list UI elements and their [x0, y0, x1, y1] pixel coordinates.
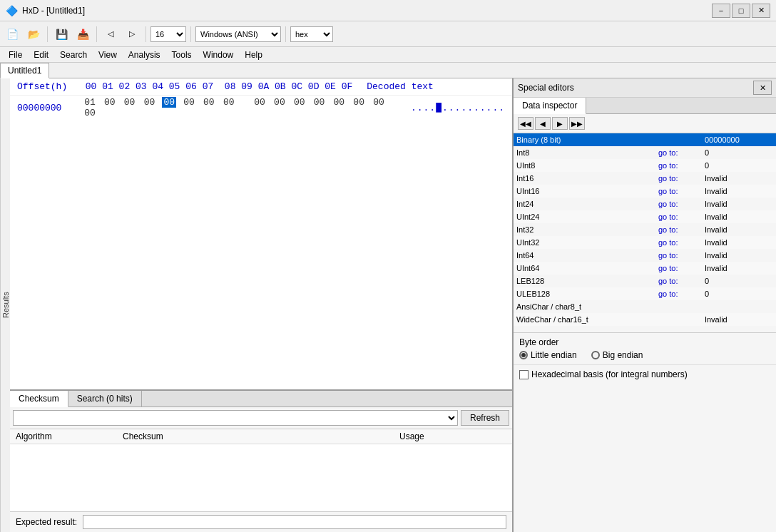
byte-12[interactable]: 00 [332, 97, 346, 108]
data-row-7[interactable]: Int32go to:Invalid [514, 223, 776, 236]
data-goto-7[interactable]: go to: [655, 223, 702, 236]
data-row-11[interactable]: LEB128go to:0 [514, 275, 776, 287]
encoding-select[interactable]: Windows (ANSI) DOS (OEM) UTF-8 [195, 26, 281, 42]
byte-10[interactable]: 00 [292, 97, 307, 108]
menu-window[interactable]: Window [198, 48, 240, 61]
nav-last[interactable]: ▶▶ [569, 117, 585, 130]
byte-1[interactable]: 00 [103, 97, 117, 108]
data-value-6: Invalid [702, 210, 776, 223]
hex-editor[interactable]: Offset(h) 00 01 02 03 04 05 06 07 08 09 … [10, 78, 512, 389]
data-inspector-table-scroll[interactable]: Binary (8 bit)00000000Int8go to:0UInt8go… [514, 133, 776, 333]
byte-5[interactable]: 00 [182, 97, 196, 108]
data-goto-4[interactable]: go to: [655, 185, 702, 198]
data-row-8[interactable]: UInt32go to:Invalid [514, 236, 776, 249]
data-goto-0 [655, 133, 702, 146]
menu-help[interactable]: Help [239, 48, 268, 61]
hex-basis-checkbox[interactable] [519, 370, 529, 379]
data-goto-11[interactable]: go to: [655, 275, 702, 287]
byte-3[interactable]: 00 [142, 97, 156, 108]
data-goto-8[interactable]: go to: [655, 236, 702, 249]
menu-file[interactable]: File [3, 48, 28, 61]
data-type-2: UInt8 [514, 159, 655, 172]
data-value-5: Invalid [702, 198, 776, 210]
data-row-2[interactable]: UInt8go to:0 [514, 159, 776, 172]
data-goto-6[interactable]: go to: [655, 210, 702, 223]
little-endian-radio[interactable]: Little endian [519, 350, 577, 360]
menu-search[interactable]: Search [54, 48, 93, 61]
byte-13[interactable]: 00 [352, 97, 366, 108]
data-goto-1[interactable]: go to: [655, 146, 702, 159]
data-type-4: UInt16 [514, 185, 655, 198]
format-select[interactable]: hex dec oct [290, 26, 333, 42]
data-goto-2[interactable]: go to: [655, 159, 702, 172]
open-button[interactable]: 📂 [24, 25, 43, 44]
expected-result-input[interactable] [83, 515, 506, 529]
data-row-14[interactable]: WideChar / char16_tInvalid [514, 313, 776, 326]
data-row-13[interactable]: AnsiChar / char8_t [514, 300, 776, 313]
tab-search-hits[interactable]: Search (0 hits) [68, 391, 142, 406]
big-endian-label: Big endian [603, 350, 643, 360]
data-row-3[interactable]: Int16go to:Invalid [514, 172, 776, 185]
save-all-button[interactable]: 📥 [73, 25, 92, 44]
results-sidebar[interactable]: Results [0, 78, 10, 532]
nav-first[interactable]: ◀◀ [518, 117, 534, 130]
algorithm-dropdown[interactable] [13, 410, 458, 426]
undo-button[interactable]: ◁ [101, 25, 120, 44]
byte-11[interactable]: 00 [312, 97, 327, 108]
data-row-12[interactable]: ULEB128go to:0 [514, 287, 776, 300]
byte-4[interactable]: 00 [162, 97, 176, 108]
data-value-1: 0 [702, 146, 776, 159]
document-tab-untitled1[interactable]: Untitled1 [0, 63, 49, 78]
data-row-4[interactable]: UInt16go to:Invalid [514, 185, 776, 198]
special-editors-close[interactable]: ✕ [753, 81, 772, 95]
toolbar-separator-1 [47, 26, 48, 42]
columns-select[interactable]: 16 8 32 [150, 26, 186, 42]
tab-checksum[interactable]: Checksum [10, 391, 68, 407]
menu-view[interactable]: View [93, 48, 123, 61]
byte-14[interactable]: 00 [372, 97, 386, 108]
data-row-0[interactable]: Binary (8 bit)00000000 [514, 133, 776, 146]
save-button[interactable]: 💾 [52, 25, 71, 44]
titlebar-controls: − □ ✕ [712, 4, 770, 18]
byte-0[interactable]: 01 [83, 97, 97, 108]
byte-2[interactable]: 00 [123, 97, 137, 108]
data-type-7: Int32 [514, 223, 655, 236]
menu-analysis[interactable]: Analysis [123, 48, 166, 61]
maximize-button[interactable]: □ [732, 4, 750, 18]
data-row-9[interactable]: Int64go to:Invalid [514, 249, 776, 262]
nav-prev[interactable]: ◀ [535, 117, 551, 130]
data-goto-9[interactable]: go to: [655, 249, 702, 262]
checksum-table-body [10, 444, 512, 511]
close-button[interactable]: ✕ [752, 4, 770, 18]
menu-tools[interactable]: Tools [166, 48, 198, 61]
data-goto-3[interactable]: go to: [655, 172, 702, 185]
toolbar: 📄 📂 💾 📥 ◁ ▷ 16 8 32 Windows (ANSI) DOS (… [0, 21, 776, 47]
big-endian-radio[interactable]: Big endian [591, 350, 643, 360]
byte-8[interactable]: 00 [252, 97, 267, 108]
redo-button[interactable]: ▷ [123, 25, 141, 44]
se-tabs: Data inspector [514, 98, 776, 114]
toolbar-separator-5 [285, 26, 286, 42]
hex-basis-checkbox-label[interactable]: Hexadecimal basis (for integral numbers) [519, 369, 770, 379]
data-goto-5[interactable]: go to: [655, 198, 702, 210]
byte-7[interactable]: 00 [222, 97, 236, 108]
menu-edit[interactable]: Edit [28, 48, 54, 61]
big-endian-circle [591, 351, 600, 359]
new-button[interactable]: 📄 [3, 25, 21, 44]
tab-data-inspector[interactable]: Data inspector [514, 98, 586, 114]
byte-15[interactable]: 00 [83, 108, 97, 118]
data-row-5[interactable]: Int24go to:Invalid [514, 198, 776, 210]
special-editors-titlebar: Special editors ✕ [514, 78, 776, 98]
byte-6[interactable]: 00 [202, 97, 216, 108]
data-row-1[interactable]: Int8go to:0 [514, 146, 776, 159]
refresh-button[interactable]: Refresh [461, 410, 509, 426]
nav-next[interactable]: ▶ [552, 117, 568, 130]
data-row-6[interactable]: UInt24go to:Invalid [514, 210, 776, 223]
minimize-button[interactable]: − [712, 4, 730, 18]
data-goto-12[interactable]: go to: [655, 287, 702, 300]
data-value-4: Invalid [702, 185, 776, 198]
byte-9[interactable]: 00 [272, 97, 287, 108]
data-goto-10[interactable]: go to: [655, 262, 702, 275]
bytes-header: 00 01 02 03 04 05 06 07 08 09 0A 0B 0C 0… [80, 81, 352, 92]
data-row-10[interactable]: UInt64go to:Invalid [514, 262, 776, 275]
